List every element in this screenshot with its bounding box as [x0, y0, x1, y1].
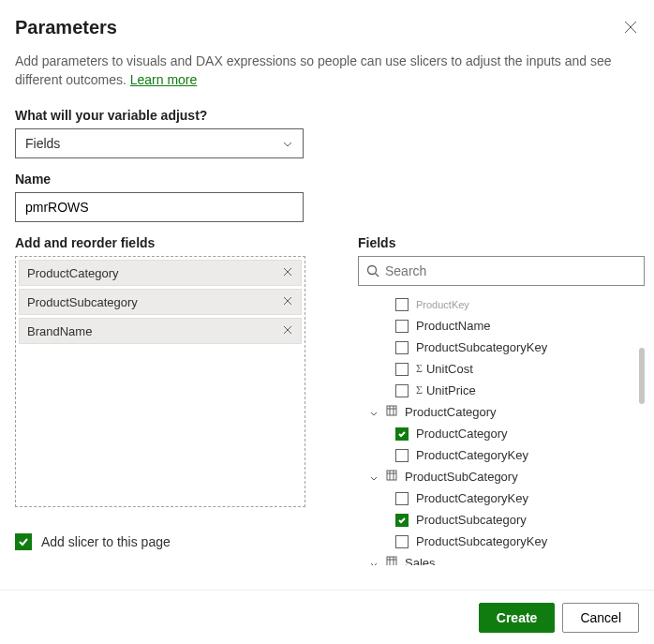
dialog-footer: Create Cancel	[0, 590, 654, 644]
field-checkbox[interactable]	[395, 363, 409, 376]
svg-rect-2	[387, 471, 396, 480]
svg-rect-3	[387, 557, 396, 565]
field-checkbox[interactable]	[395, 514, 409, 527]
reorder-label: Add and reorder fields	[15, 235, 305, 250]
field-checkbox[interactable]	[395, 341, 409, 354]
table-icon	[386, 470, 397, 484]
adjust-value: Fields	[25, 136, 60, 151]
adjust-label: What will your variable adjust?	[15, 108, 639, 123]
tree-label: ProductCategory	[405, 405, 497, 419]
tree-table[interactable]: Sales	[358, 552, 645, 565]
tree-field[interactable]: ProductSubcategoryKey	[358, 531, 645, 552]
check-icon	[18, 536, 29, 547]
expand-icon[interactable]	[369, 472, 379, 482]
tree-field[interactable]: ProductSubcategory	[358, 509, 645, 531]
tree-label: ProductSubCategory	[405, 470, 518, 484]
tree-field[interactable]: ProductCategoryKey	[358, 487, 645, 509]
tree-label: ProductName	[416, 319, 490, 333]
tree-label: ProductKey	[416, 299, 469, 310]
learn-more-link[interactable]: Learn more	[130, 72, 198, 87]
name-input[interactable]	[15, 192, 304, 222]
field-chip-label: ProductCategory	[27, 266, 119, 280]
field-checkbox[interactable]	[395, 427, 409, 441]
chevron-down-icon	[282, 138, 293, 149]
reorder-fields-box[interactable]: ProductCategory ProductSubcategory Brand…	[15, 256, 305, 507]
tree-label: ProductSubcategory	[416, 513, 527, 527]
tree-field[interactable]: ΣUnitCost	[358, 358, 645, 380]
dialog-description: Add parameters to visuals and DAX expres…	[15, 52, 639, 89]
tree-label: ProductCategoryKey	[416, 491, 528, 505]
sigma-icon: Σ	[416, 383, 423, 397]
remove-field-button[interactable]	[282, 295, 293, 309]
tree-table[interactable]: ProductCategory	[358, 401, 645, 423]
sigma-icon: Σ	[416, 362, 423, 376]
name-label: Name	[15, 172, 639, 187]
tree-label: ProductCategory	[416, 427, 508, 441]
close-icon	[624, 21, 637, 34]
description-text: Add parameters to visuals and DAX expres…	[15, 53, 612, 87]
field-checkbox[interactable]	[395, 384, 409, 397]
add-slicer-checkbox[interactable]	[15, 533, 32, 550]
cancel-button[interactable]: Cancel	[562, 603, 639, 633]
tree-label: ProductCategoryKey	[416, 448, 528, 462]
field-chip[interactable]: ProductCategory	[19, 260, 302, 286]
field-chip[interactable]: BrandName	[19, 318, 302, 344]
remove-field-button[interactable]	[282, 266, 293, 280]
fields-tree[interactable]: ProductKeyProductNameProductSubcategoryK…	[358, 293, 645, 565]
fields-label: Fields	[358, 235, 645, 250]
svg-rect-1	[387, 406, 396, 415]
expand-icon[interactable]	[369, 408, 379, 417]
tree-table[interactable]: ProductSubCategory	[358, 466, 645, 487]
tree-field[interactable]: ProductKey	[358, 293, 645, 315]
field-chip-label: ProductSubcategory	[27, 295, 138, 309]
field-checkbox[interactable]	[395, 535, 409, 548]
tree-label: ProductSubcategoryKey	[416, 534, 547, 548]
search-input[interactable]	[385, 263, 636, 278]
tree-label: UnitPrice	[426, 383, 476, 397]
expand-icon[interactable]	[369, 559, 379, 566]
tree-field[interactable]: ΣUnitPrice	[358, 380, 645, 401]
tree-field[interactable]: ProductCategory	[358, 423, 645, 444]
tree-label: Sales	[405, 556, 436, 565]
field-chip[interactable]: ProductSubcategory	[19, 289, 302, 315]
field-chip-label: BrandName	[27, 324, 92, 338]
search-icon	[366, 264, 379, 277]
svg-point-0	[368, 266, 377, 275]
field-checkbox[interactable]	[395, 492, 409, 505]
tree-label: UnitCost	[426, 362, 473, 376]
tree-field[interactable]: ProductCategoryKey	[358, 444, 645, 466]
create-button[interactable]: Create	[479, 603, 556, 633]
table-icon	[386, 556, 397, 565]
table-icon	[386, 405, 397, 419]
tree-label: ProductSubcategoryKey	[416, 340, 547, 354]
field-checkbox[interactable]	[395, 298, 409, 311]
adjust-select[interactable]: Fields	[15, 128, 304, 158]
tree-field[interactable]: ProductSubcategoryKey	[358, 337, 645, 358]
close-button[interactable]	[624, 21, 639, 36]
dialog-title: Parameters	[15, 17, 117, 38]
tree-field[interactable]: ProductName	[358, 315, 645, 337]
fields-search[interactable]	[358, 256, 645, 286]
remove-field-button[interactable]	[282, 324, 293, 338]
field-checkbox[interactable]	[395, 320, 409, 333]
scrollbar-thumb[interactable]	[639, 348, 645, 404]
field-checkbox[interactable]	[395, 449, 409, 462]
add-slicer-label: Add slicer to this page	[41, 534, 171, 549]
